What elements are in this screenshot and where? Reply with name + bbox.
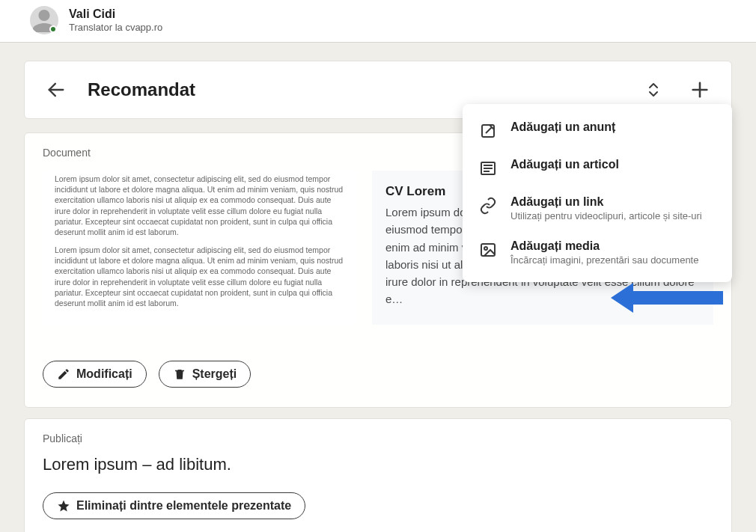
arrow-left-icon xyxy=(46,79,67,100)
remove-featured-label: Eliminați dintre elementele prezentate xyxy=(76,499,291,513)
svg-point-9 xyxy=(484,247,487,250)
profile-bar: Vali Cidi Translator la cvapp.ro xyxy=(0,0,756,43)
reorder-button[interactable] xyxy=(641,78,665,102)
delete-button[interactable]: Ștergeți xyxy=(159,361,252,388)
back-button[interactable] xyxy=(43,76,70,103)
image-icon xyxy=(479,241,497,259)
svg-rect-8 xyxy=(481,244,495,256)
pencil-icon xyxy=(57,367,70,381)
article-icon xyxy=(479,159,497,177)
profile-name[interactable]: Vali Cidi xyxy=(69,7,162,22)
link-icon xyxy=(479,197,497,215)
publish-card: Publicați Lorem ipsum – ad libitum. Elim… xyxy=(24,418,732,533)
profile-subtitle: Translator la cvapp.ro xyxy=(69,22,162,34)
add-dropdown: Adăugați un anunț Adăugați un articol Ad… xyxy=(463,104,732,282)
dropdown-item-subtitle: Încărcați imagini, prezentări sau docume… xyxy=(510,254,698,266)
dropdown-item-title: Adăugați un link xyxy=(510,195,702,209)
page-title: Recomandat xyxy=(88,79,195,100)
dropdown-item-add-link[interactable]: Adăugați un link Utilizați pentru videoc… xyxy=(463,186,732,230)
chevrons-updown-icon xyxy=(644,81,662,99)
modify-button-label: Modificați xyxy=(76,367,132,381)
star-icon xyxy=(57,499,70,513)
thumb-paragraph: Lorem ipsum dolor sit amet, consectetur … xyxy=(55,245,345,308)
publish-text: Lorem ipsum – ad libitum. xyxy=(43,455,713,474)
dropdown-item-title: Adăugați un anunț xyxy=(510,120,615,134)
document-thumbnail: Lorem ipsum dolor sit amet, consectetur … xyxy=(43,171,357,325)
compose-icon xyxy=(479,122,497,140)
dropdown-item-add-post[interactable]: Adăugați un anunț xyxy=(463,111,732,149)
trash-icon xyxy=(173,367,186,381)
dropdown-item-title: Adăugați media xyxy=(510,239,698,253)
remove-featured-button[interactable]: Eliminați dintre elementele prezentate xyxy=(43,492,305,519)
dropdown-item-add-article[interactable]: Adăugați un articol xyxy=(463,149,732,186)
dropdown-item-add-media[interactable]: Adăugați media Încărcați imagini, prezen… xyxy=(463,230,732,275)
add-button[interactable] xyxy=(686,76,713,103)
publish-label: Publicați xyxy=(43,432,713,444)
plus-icon xyxy=(689,79,710,100)
avatar[interactable] xyxy=(30,6,58,34)
dropdown-item-subtitle: Utilizați pentru videoclipuri, articole … xyxy=(510,210,702,221)
modify-button[interactable]: Modificați xyxy=(43,361,147,388)
delete-button-label: Ștergeți xyxy=(192,367,237,381)
dropdown-item-title: Adăugați un articol xyxy=(510,158,619,171)
presence-dot-icon xyxy=(49,25,57,33)
thumb-paragraph: Lorem ipsum dolor sit amet, consectetur … xyxy=(55,174,345,237)
